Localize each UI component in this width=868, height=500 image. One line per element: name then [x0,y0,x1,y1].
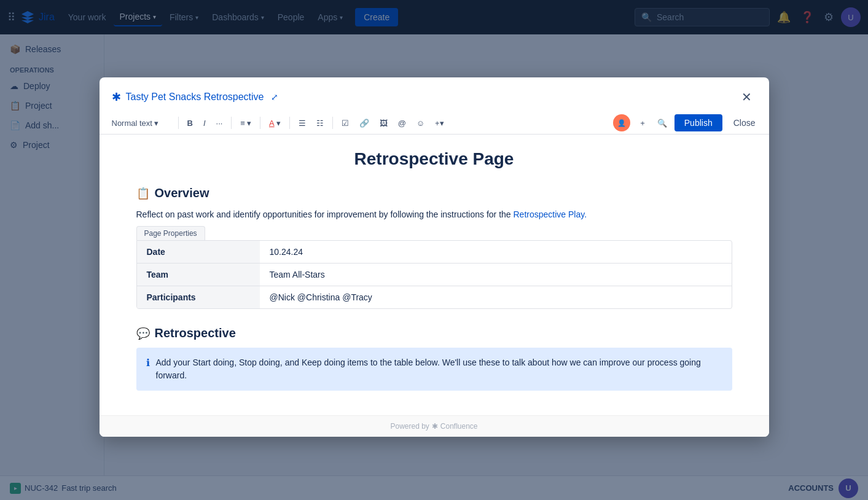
close-editor-button[interactable]: Close [727,114,762,131]
publish-button[interactable]: Publish [674,114,722,131]
text-format-button[interactable]: Normal text ▾ [107,115,174,131]
page-properties-table: Date 10.24.24 Team Team All-Stars Partic… [136,240,732,309]
retrospective-section: 💬 Retrospective ℹ Add your Start doing, … [136,326,732,391]
task-button[interactable]: ☑ [337,115,354,131]
retro-info-box: ℹ Add your Start doing, Stop doing, and … [136,348,732,391]
insert-more-button[interactable]: +▾ [430,115,449,131]
bold-button[interactable]: B [182,115,198,131]
toolbar-separator-3 [260,117,260,129]
toolbar-search-button[interactable]: 🔍 [655,116,670,130]
toolbar: Normal text ▾ B I ··· ≡ ▾ A ▾ ☰ ☷ [100,112,769,135]
retrospective-play-link[interactable]: Retrospective Play. [513,209,587,219]
retrospective-heading: 💬 Retrospective [136,326,732,340]
powered-by-text: Powered by ✱ Confluence [390,422,477,431]
add-collaborator-button[interactable]: + [635,115,650,131]
overview-heading: ⠿⠿ 📋 Overview [136,186,732,200]
modal-title-area: ✱ Tasty Pet Snacks Retrospective ⤢ [112,90,279,104]
date-row: Date 10.24.24 [137,241,732,264]
participants-value: @Nick @Christina @Tracy [260,286,732,309]
collaborator-avatar: 👤 [613,114,630,131]
overview-text: Reflect on past work and identify opport… [136,208,732,221]
modal-header: ✱ Tasty Pet Snacks Retrospective ⤢ ✕ [100,77,769,112]
toolbar-formatting-group: B I ··· [182,115,228,131]
participants-row: Participants @Nick @Christina @Tracy [137,286,732,309]
toolbar-separator-4 [289,117,290,129]
modal-title[interactable]: Tasty Pet Snacks Retrospective [126,92,264,103]
modal-body: Retrospective Page ⠿⠿ 📋 Overview Reflect… [100,135,769,415]
overview-icon: 📋 [136,187,150,200]
confluence-footer-icon: ✱ [432,422,438,431]
confluence-logo-icon: ✱ [112,90,121,104]
toolbar-list-group: ☰ ☷ [294,115,329,131]
team-row: Team Team All-Stars [137,264,732,286]
properties-table: Date 10.24.24 Team Team All-Stars Partic… [137,241,732,308]
color-button[interactable]: A ▾ [264,115,286,131]
info-icon: ℹ [146,357,150,369]
retro-info-text: Add your Start doing, Stop doing, and Ke… [156,356,722,382]
mention-button[interactable]: @ [393,115,411,131]
toolbar-separator-2 [231,117,232,129]
link-button[interactable]: 🔗 [354,115,374,131]
date-value: 10.24.24 [260,241,732,264]
align-chevron: ▾ [247,119,251,128]
team-value: Team All-Stars [260,264,732,286]
page-title: Retrospective Page [136,149,732,169]
date-label: Date [137,241,260,264]
toolbar-right: 👤 + 🔍 Publish Close [613,114,761,131]
image-button[interactable]: 🖼 [375,115,393,131]
participants-label: Participants [137,286,260,309]
retrospective-icon: 💬 [136,327,150,340]
toolbar-color-group: A ▾ [264,115,286,131]
bullet-list-button[interactable]: ☰ [294,115,311,131]
team-label: Team [137,264,260,286]
color-chevron: ▾ [276,119,281,128]
align-icon: ≡ [240,119,245,128]
toolbar-text-format-group: Normal text ▾ [107,115,174,131]
emoji-button[interactable]: ☺ [412,115,429,131]
align-button[interactable]: ≡ ▾ [235,115,256,131]
numbered-list-button[interactable]: ☷ [311,115,329,131]
italic-button[interactable]: I [198,115,211,131]
modal-close-button[interactable]: ✕ [737,87,757,107]
open-external-icon[interactable]: ⤢ [271,92,278,102]
color-icon: A [269,119,275,128]
more-formatting-button[interactable]: ··· [211,115,228,131]
modal-footer: Powered by ✱ Confluence [100,415,769,437]
toolbar-insert-group: ☑ 🔗 🖼 @ ☺ +▾ [337,115,449,131]
page-properties-tab[interactable]: Page Properties [136,226,205,240]
toolbar-separator-5 [332,117,333,129]
modal: ✱ Tasty Pet Snacks Retrospective ⤢ ✕ Nor… [100,77,769,437]
toolbar-separator-1 [178,117,179,129]
toolbar-align-group: ≡ ▾ [235,115,256,131]
format-chevron-icon: ▾ [154,119,158,128]
